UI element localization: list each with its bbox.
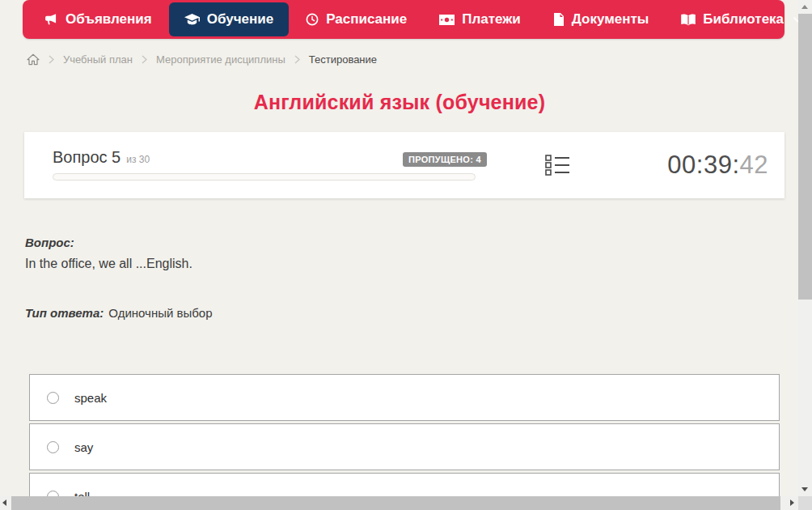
banknote-icon xyxy=(439,15,455,25)
vertical-scroll-thumb[interactable] xyxy=(798,14,812,300)
timer-seconds: 42 xyxy=(740,151,768,179)
scroll-down-arrow[interactable] xyxy=(801,487,808,491)
answer-type-label: Тип ответа: xyxy=(25,306,104,320)
answer-type-value: Одиночный выбор xyxy=(108,306,212,320)
nav-item-announcements[interactable]: Объявления xyxy=(29,2,167,36)
progress-bar xyxy=(53,173,476,181)
answer-option[interactable]: speak xyxy=(29,374,780,421)
scroll-right-arrow[interactable] xyxy=(790,499,794,506)
nav-item-label: Платежи xyxy=(462,11,521,28)
answer-option[interactable]: say xyxy=(29,423,780,470)
book-icon xyxy=(681,14,696,26)
question-text: In the office, we all ...English. xyxy=(25,257,192,271)
nav-item-label: Документы xyxy=(572,11,649,28)
scroll-left-arrow[interactable] xyxy=(2,499,6,506)
chevron-right-icon xyxy=(142,55,147,64)
page-title: Английский язык (обучение) xyxy=(0,91,799,114)
answer-option-label: speak xyxy=(74,391,107,405)
nav-item-label: Расписание xyxy=(326,11,407,28)
question-label: Вопрос: xyxy=(25,236,74,249)
chevron-right-icon xyxy=(49,55,54,64)
question-panel: Вопрос 5 из 30 ПРОПУЩЕНО: 4 00:39:42 xyxy=(24,132,785,198)
breadcrumb-item-discipline-event[interactable]: Мероприятие дисциплины xyxy=(156,53,285,66)
horizontal-scroll-thumb[interactable] xyxy=(11,496,780,510)
list-icon xyxy=(545,166,569,178)
scroll-up-arrow[interactable] xyxy=(801,5,808,9)
breadcrumb: Учебный план Мероприятие дисциплины Тест… xyxy=(27,50,377,68)
nav-item-documents[interactable]: Документы xyxy=(538,2,665,36)
chevron-right-icon xyxy=(294,55,300,64)
megaphone-icon xyxy=(44,13,58,26)
radio-button[interactable] xyxy=(47,392,59,404)
timer-hhmm: 00:39: xyxy=(667,151,739,179)
home-icon[interactable] xyxy=(27,53,40,66)
nav-item-label: Объявления xyxy=(66,11,152,28)
breadcrumb-item-testing: Тестирование xyxy=(309,53,377,66)
graduation-cap-icon xyxy=(184,14,200,26)
question-number: Вопрос 5 xyxy=(53,148,121,167)
skipped-badge: ПРОПУЩЕНО: 4 xyxy=(403,152,487,167)
question-total: из 30 xyxy=(126,154,150,165)
nav-item-label: Библиотека xyxy=(703,11,784,28)
app-window: Объявления Обучение Расписание Платежи Д… xyxy=(0,0,812,510)
main-nav: Объявления Обучение Расписание Платежи Д… xyxy=(23,0,785,39)
nav-item-training[interactable]: Обучение xyxy=(169,2,289,36)
answer-type: Тип ответа: Одиночный выбор xyxy=(25,306,213,320)
scrollbar-corner xyxy=(798,496,812,510)
timer: 00:39:42 xyxy=(667,151,768,180)
answer-option-label: say xyxy=(74,440,93,454)
clock-icon xyxy=(306,13,319,26)
radio-button[interactable] xyxy=(47,441,59,453)
nav-item-label: Обучение xyxy=(207,11,273,28)
horizontal-scrollbar[interactable] xyxy=(0,496,798,510)
vertical-scrollbar[interactable] xyxy=(798,0,812,496)
breadcrumb-item-curriculum[interactable]: Учебный план xyxy=(63,53,133,66)
nav-item-library[interactable]: Библиотека xyxy=(666,2,812,36)
document-icon xyxy=(553,13,565,26)
nav-item-payments[interactable]: Платежи xyxy=(424,2,536,36)
question-list-button[interactable] xyxy=(544,155,570,176)
question-counter: Вопрос 5 из 30 xyxy=(53,148,150,167)
nav-item-schedule[interactable]: Расписание xyxy=(290,2,422,36)
